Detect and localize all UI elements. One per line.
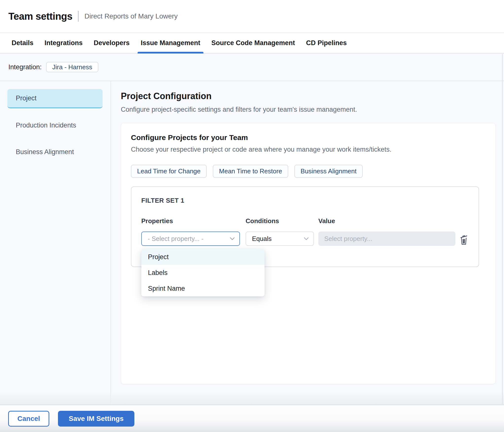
- main-panel: Project Configuration Configure project-…: [111, 81, 504, 405]
- tab-bar: Details Integrations Developers Issue Ma…: [0, 33, 504, 54]
- content-area: Project Production Incidents Business Al…: [0, 81, 504, 405]
- header: Team settings Direct Reports of Mary Low…: [0, 0, 504, 33]
- card-subtitle: Choose your respective project or code a…: [131, 146, 486, 153]
- dropdown-option-sprint-name[interactable]: Sprint Name: [141, 281, 265, 296]
- settings-sidebar: Project Production Incidents Business Al…: [0, 81, 111, 405]
- delete-filter-button[interactable]: [459, 234, 469, 245]
- conditions-column-label: Conditions: [246, 217, 314, 225]
- delete-column: [459, 217, 469, 245]
- section-title: Project Configuration: [121, 91, 496, 101]
- dropdown-option-labels[interactable]: Labels: [141, 265, 265, 281]
- section-description: Configure project-specific settings and …: [121, 106, 496, 113]
- filter-row: Properties - Select property... - Projec…: [141, 217, 469, 246]
- integration-row: Integration: Jira - Harness: [0, 54, 504, 81]
- tab-integrations[interactable]: Integrations: [41, 33, 86, 53]
- value-column-label: Value: [318, 217, 455, 225]
- property-select[interactable]: - Select property... -: [141, 232, 240, 246]
- sidebar-item-project[interactable]: Project: [7, 89, 103, 108]
- properties-column-label: Properties: [141, 217, 240, 225]
- condition-select-value: Equals: [252, 235, 272, 243]
- team-settings-page: Team settings Direct Reports of Mary Low…: [0, 0, 504, 432]
- filter-set-1: FILTER SET 1 Properties - Select propert…: [131, 186, 479, 267]
- properties-column: Properties - Select property... - Projec…: [141, 217, 240, 246]
- footer-action-bar: Cancel Save IM Settings: [0, 405, 504, 432]
- value-column: Value: [318, 217, 455, 246]
- filter-set-title: FILTER SET 1: [141, 197, 469, 204]
- save-im-settings-button[interactable]: Save IM Settings: [58, 411, 134, 427]
- scrollbar-track[interactable]: [502, 54, 503, 404]
- tab-details[interactable]: Details: [8, 33, 37, 53]
- property-dropdown: Project Labels Sprint Name: [141, 249, 265, 296]
- integration-chip[interactable]: Jira - Harness: [46, 62, 98, 72]
- trash-icon: [459, 234, 469, 245]
- tab-source-code-management[interactable]: Source Code Management: [208, 33, 298, 53]
- value-input[interactable]: [318, 232, 455, 246]
- chip-lead-time-for-change[interactable]: Lead Time for Change: [131, 165, 207, 178]
- property-select-placeholder: - Select property... -: [148, 235, 203, 243]
- tab-cd-pipelines[interactable]: CD Pipelines: [303, 33, 350, 53]
- chevron-down-icon: [304, 237, 309, 240]
- metric-chip-row: Lead Time for Change Mean Time to Restor…: [131, 165, 486, 178]
- integration-label: Integration:: [8, 63, 42, 71]
- chevron-down-icon: [230, 237, 235, 240]
- configure-projects-card: Configure Projects for your Team Choose …: [121, 123, 496, 384]
- tab-developers[interactable]: Developers: [90, 33, 133, 53]
- card-title: Configure Projects for your Team: [131, 133, 486, 142]
- chip-business-alignment[interactable]: Business Alignment: [294, 165, 363, 178]
- condition-select[interactable]: Equals: [246, 232, 314, 246]
- page-subtitle: Direct Reports of Mary Lowery: [78, 11, 178, 22]
- sidebar-item-business-alignment[interactable]: Business Alignment: [7, 142, 103, 162]
- page-title: Team settings: [8, 11, 72, 22]
- cancel-button[interactable]: Cancel: [8, 411, 49, 427]
- conditions-column: Conditions Equals: [246, 217, 314, 246]
- dropdown-option-project[interactable]: Project: [141, 249, 265, 265]
- tab-issue-management[interactable]: Issue Management: [138, 33, 204, 53]
- chip-mean-time-to-restore[interactable]: Mean Time to Restore: [213, 165, 288, 178]
- sidebar-item-production-incidents[interactable]: Production Incidents: [7, 116, 103, 135]
